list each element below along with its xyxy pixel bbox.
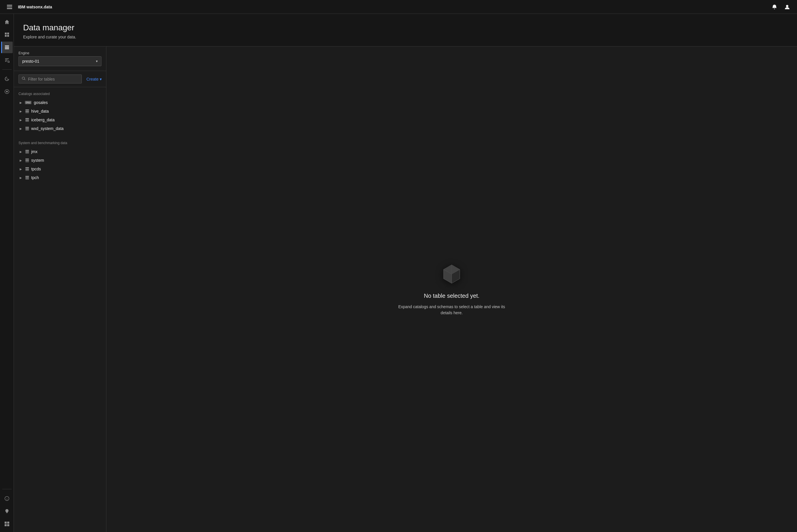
search-section: Create ▾ bbox=[14, 71, 106, 87]
sidebar-divider bbox=[2, 69, 12, 70]
content-area: Data manager Explore and curate your dat… bbox=[14, 14, 797, 532]
svg-rect-19 bbox=[4, 524, 6, 526]
svg-rect-31 bbox=[25, 151, 29, 152]
search-row: Create ▾ bbox=[18, 75, 101, 83]
sidebar-item-components[interactable] bbox=[1, 29, 13, 40]
svg-rect-20 bbox=[7, 524, 9, 526]
sidebar-item-info[interactable]: i bbox=[1, 493, 13, 504]
tree-item-tpcds[interactable]: ▶ tpcds bbox=[14, 165, 106, 173]
table-icon-wxd-system-data bbox=[25, 126, 30, 131]
tree-name-tpch: tpch bbox=[31, 175, 101, 180]
svg-point-3 bbox=[786, 5, 788, 7]
svg-rect-30 bbox=[25, 150, 29, 151]
svg-rect-29 bbox=[25, 130, 29, 130]
main-split: Engine presto-01 ▾ bbox=[14, 46, 797, 532]
catalogs-section-label: Catalogs associated bbox=[14, 91, 106, 98]
svg-line-12 bbox=[9, 62, 9, 63]
engine-dropdown[interactable]: presto-01 ▾ bbox=[18, 56, 101, 66]
svg-rect-40 bbox=[25, 177, 29, 178]
svg-point-11 bbox=[7, 61, 9, 62]
svg-rect-5 bbox=[7, 33, 9, 34]
topbar-left: IBM watsonx.data bbox=[5, 3, 52, 11]
svg-rect-23 bbox=[25, 112, 29, 113]
tree-name-hive-data: hive_data bbox=[31, 109, 101, 114]
search-icon bbox=[22, 77, 26, 81]
svg-rect-34 bbox=[25, 160, 29, 161]
tree-arrow-system: ▶ bbox=[18, 158, 23, 163]
system-section-label: System and benchmarking data bbox=[14, 140, 106, 147]
topbar: IBM watsonx.data bbox=[0, 0, 797, 14]
svg-text:i: i bbox=[7, 497, 7, 500]
empty-state-description: Expand catalogs and schemas to select a … bbox=[394, 304, 509, 316]
sidebar-item-query[interactable] bbox=[1, 54, 13, 66]
svg-rect-28 bbox=[25, 128, 29, 129]
sidebar-bottom: i bbox=[1, 487, 13, 532]
tree-name-gosales: gosales bbox=[34, 100, 101, 105]
tree-item-hive-data[interactable]: ▶ hive_data bbox=[14, 107, 106, 115]
svg-rect-26 bbox=[25, 121, 29, 121]
svg-rect-33 bbox=[25, 158, 29, 160]
svg-rect-24 bbox=[25, 118, 29, 119]
engine-selected-value: presto-01 bbox=[22, 59, 39, 63]
sidebar-item-data-manager[interactable] bbox=[1, 42, 13, 53]
left-panel: Engine presto-01 ▾ bbox=[14, 46, 106, 532]
svg-rect-22 bbox=[25, 111, 29, 112]
tree-item-iceberg-data[interactable]: ▶ iceberg_data bbox=[14, 115, 106, 124]
system-section: System and benchmarking data ▶ jmx bbox=[14, 136, 106, 186]
svg-rect-10 bbox=[5, 49, 9, 50]
create-button[interactable]: Create ▾ bbox=[84, 75, 104, 83]
svg-rect-18 bbox=[7, 521, 9, 524]
page-header: Data manager Explore and curate your dat… bbox=[14, 14, 797, 46]
sidebar-item-integrations[interactable] bbox=[1, 518, 13, 530]
user-profile-button[interactable] bbox=[782, 2, 792, 12]
svg-rect-7 bbox=[7, 35, 9, 37]
tree-name-system: system bbox=[31, 158, 101, 163]
tree-arrow-wxd-system-data: ▶ bbox=[18, 126, 23, 131]
tree-item-jmx[interactable]: ▶ jmx bbox=[14, 147, 106, 156]
tree-item-system[interactable]: ▶ system bbox=[14, 156, 106, 165]
tree-name-wxd-system-data: wxd_system_data bbox=[31, 126, 101, 131]
sidebar-bottom-divider bbox=[2, 489, 12, 489]
empty-state: No table selected yet. Expand catalogs a… bbox=[394, 263, 509, 316]
tree-arrow-iceberg-data: ▶ bbox=[18, 117, 23, 122]
sidebar-item-home[interactable] bbox=[1, 16, 13, 28]
empty-state-cube-icon bbox=[440, 263, 463, 286]
tree-arrow-gosales: ▶ bbox=[18, 100, 23, 105]
engine-section: Engine presto-01 ▾ bbox=[14, 46, 106, 71]
notification-button[interactable] bbox=[769, 2, 780, 12]
svg-rect-8 bbox=[5, 45, 9, 46]
sidebar-item-ideas[interactable] bbox=[1, 506, 13, 517]
tree-item-tpch[interactable]: ▶ tpch bbox=[14, 173, 106, 182]
empty-state-title: No table selected yet. bbox=[424, 292, 479, 299]
svg-rect-17 bbox=[4, 521, 6, 524]
tree-item-wxd-system-data[interactable]: ▶ wxd_system_data bbox=[14, 124, 106, 133]
svg-rect-9 bbox=[5, 47, 9, 48]
svg-rect-36 bbox=[25, 167, 29, 168]
svg-rect-35 bbox=[25, 162, 29, 162]
tree-arrow-tpch: ▶ bbox=[18, 175, 23, 180]
search-bar bbox=[18, 75, 82, 83]
sidebar-item-governance[interactable] bbox=[1, 86, 13, 97]
engine-chevron-icon: ▾ bbox=[96, 59, 98, 63]
table-icon-tpch bbox=[25, 175, 30, 180]
search-input[interactable] bbox=[28, 77, 79, 81]
catalogs-associated-section: Catalogs associated ▶ Db2 gosales ▶ bbox=[14, 87, 106, 136]
tree-item-gosales[interactable]: ▶ Db2 gosales bbox=[14, 98, 106, 107]
sidebar-item-history[interactable] bbox=[1, 73, 13, 84]
create-chevron-icon: ▾ bbox=[100, 77, 102, 81]
page-title: Data manager bbox=[23, 23, 783, 32]
hamburger-menu-button[interactable] bbox=[5, 3, 15, 11]
svg-rect-25 bbox=[25, 119, 29, 121]
svg-rect-37 bbox=[25, 169, 29, 170]
svg-rect-0 bbox=[7, 5, 12, 5]
svg-rect-27 bbox=[25, 127, 29, 128]
tree-arrow-tpcds: ▶ bbox=[18, 167, 23, 171]
db2-badge-gosales: Db2 bbox=[25, 101, 32, 104]
svg-rect-2 bbox=[7, 8, 12, 9]
svg-point-14 bbox=[6, 91, 7, 92]
svg-rect-6 bbox=[5, 35, 6, 37]
table-icon-tpcds bbox=[25, 167, 30, 171]
topbar-actions bbox=[769, 2, 792, 12]
table-icon-jmx bbox=[25, 149, 30, 154]
tree-arrow-jmx: ▶ bbox=[18, 149, 23, 154]
